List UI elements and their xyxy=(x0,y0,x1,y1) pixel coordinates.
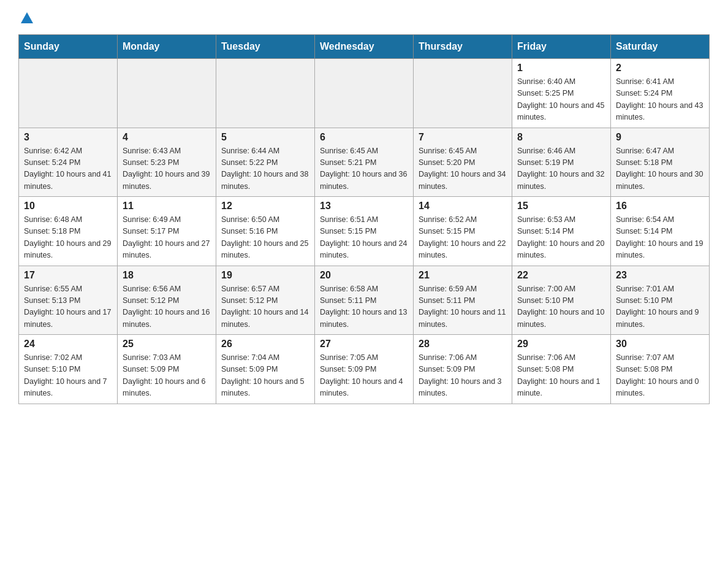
calendar-cell: 22Sunrise: 7:00 AMSunset: 5:10 PMDayligh… xyxy=(512,266,611,335)
day-number: 15 xyxy=(517,201,605,212)
calendar-cell: 11Sunrise: 6:49 AMSunset: 5:17 PMDayligh… xyxy=(118,197,216,266)
calendar-cell: 18Sunrise: 6:56 AMSunset: 5:12 PMDayligh… xyxy=(118,266,216,335)
day-number: 21 xyxy=(419,270,507,281)
calendar-cell: 13Sunrise: 6:51 AMSunset: 5:15 PMDayligh… xyxy=(315,197,414,266)
day-info: Sunrise: 6:44 AMSunset: 5:22 PMDaylight:… xyxy=(221,145,309,193)
day-number: 19 xyxy=(221,270,309,281)
weekday-header-thursday: Thursday xyxy=(414,35,512,59)
day-number: 9 xyxy=(616,132,704,143)
calendar-cell: 17Sunrise: 6:55 AMSunset: 5:13 PMDayligh… xyxy=(19,266,118,335)
day-number: 27 xyxy=(320,339,408,350)
weekday-header-row: SundayMondayTuesdayWednesdayThursdayFrid… xyxy=(19,35,710,59)
calendar-cell: 8Sunrise: 6:46 AMSunset: 5:19 PMDaylight… xyxy=(512,128,611,197)
weekday-header-saturday: Saturday xyxy=(611,35,710,59)
day-number: 2 xyxy=(616,63,704,74)
day-info: Sunrise: 6:40 AMSunset: 5:25 PMDaylight:… xyxy=(517,76,605,124)
day-number: 29 xyxy=(517,339,605,350)
day-number: 13 xyxy=(320,201,408,212)
calendar-cell: 26Sunrise: 7:04 AMSunset: 5:09 PMDayligh… xyxy=(216,335,315,404)
day-number: 26 xyxy=(221,339,309,350)
day-info: Sunrise: 6:46 AMSunset: 5:19 PMDaylight:… xyxy=(517,145,605,193)
day-info: Sunrise: 6:59 AMSunset: 5:11 PMDaylight:… xyxy=(419,283,507,331)
day-info: Sunrise: 6:56 AMSunset: 5:12 PMDaylight:… xyxy=(123,283,211,331)
calendar-cell xyxy=(216,59,315,128)
day-info: Sunrise: 6:42 AMSunset: 5:24 PMDaylight:… xyxy=(24,145,112,193)
calendar-cell: 28Sunrise: 7:06 AMSunset: 5:09 PMDayligh… xyxy=(414,335,512,404)
day-info: Sunrise: 7:07 AMSunset: 5:08 PMDaylight:… xyxy=(616,352,704,400)
day-number: 17 xyxy=(24,270,112,281)
calendar-cell: 1Sunrise: 6:40 AMSunset: 5:25 PMDaylight… xyxy=(512,59,611,128)
calendar-week-row: 1Sunrise: 6:40 AMSunset: 5:25 PMDaylight… xyxy=(19,59,710,128)
day-number: 1 xyxy=(517,63,605,74)
day-number: 3 xyxy=(24,132,112,143)
day-info: Sunrise: 6:43 AMSunset: 5:23 PMDaylight:… xyxy=(123,145,211,193)
day-number: 28 xyxy=(419,339,507,350)
calendar-cell: 3Sunrise: 6:42 AMSunset: 5:24 PMDaylight… xyxy=(19,128,118,197)
day-number: 16 xyxy=(616,201,704,212)
day-info: Sunrise: 6:52 AMSunset: 5:15 PMDaylight:… xyxy=(419,214,507,262)
day-info: Sunrise: 6:48 AMSunset: 5:18 PMDaylight:… xyxy=(24,214,112,262)
calendar-cell: 9Sunrise: 6:47 AMSunset: 5:18 PMDaylight… xyxy=(611,128,710,197)
logo xyxy=(18,12,34,25)
day-number: 4 xyxy=(123,132,211,143)
calendar-cell xyxy=(19,59,118,128)
day-info: Sunrise: 7:02 AMSunset: 5:10 PMDaylight:… xyxy=(24,352,112,400)
day-info: Sunrise: 6:55 AMSunset: 5:13 PMDaylight:… xyxy=(24,283,112,331)
day-info: Sunrise: 6:50 AMSunset: 5:16 PMDaylight:… xyxy=(221,214,309,262)
day-number: 20 xyxy=(320,270,408,281)
day-info: Sunrise: 6:47 AMSunset: 5:18 PMDaylight:… xyxy=(616,145,704,193)
day-number: 12 xyxy=(221,201,309,212)
day-number: 5 xyxy=(221,132,309,143)
calendar-week-row: 3Sunrise: 6:42 AMSunset: 5:24 PMDaylight… xyxy=(19,128,710,197)
calendar-week-row: 10Sunrise: 6:48 AMSunset: 5:18 PMDayligh… xyxy=(19,197,710,266)
calendar-week-row: 24Sunrise: 7:02 AMSunset: 5:10 PMDayligh… xyxy=(19,335,710,404)
day-info: Sunrise: 6:51 AMSunset: 5:15 PMDaylight:… xyxy=(320,214,408,262)
calendar-cell: 16Sunrise: 6:54 AMSunset: 5:14 PMDayligh… xyxy=(611,197,710,266)
calendar-cell: 5Sunrise: 6:44 AMSunset: 5:22 PMDaylight… xyxy=(216,128,315,197)
calendar-cell: 10Sunrise: 6:48 AMSunset: 5:18 PMDayligh… xyxy=(19,197,118,266)
day-info: Sunrise: 6:49 AMSunset: 5:17 PMDaylight:… xyxy=(123,214,211,262)
calendar-cell: 15Sunrise: 6:53 AMSunset: 5:14 PMDayligh… xyxy=(512,197,611,266)
calendar-cell: 12Sunrise: 6:50 AMSunset: 5:16 PMDayligh… xyxy=(216,197,315,266)
day-info: Sunrise: 7:06 AMSunset: 5:08 PMDaylight:… xyxy=(517,352,605,400)
day-number: 22 xyxy=(517,270,605,281)
day-info: Sunrise: 6:58 AMSunset: 5:11 PMDaylight:… xyxy=(320,283,408,331)
day-number: 7 xyxy=(419,132,507,143)
day-info: Sunrise: 6:41 AMSunset: 5:24 PMDaylight:… xyxy=(616,76,704,124)
calendar-table: SundayMondayTuesdayWednesdayThursdayFrid… xyxy=(18,34,710,404)
day-info: Sunrise: 7:03 AMSunset: 5:09 PMDaylight:… xyxy=(123,352,211,400)
calendar-cell xyxy=(118,59,216,128)
day-number: 25 xyxy=(123,339,211,350)
calendar-cell: 4Sunrise: 6:43 AMSunset: 5:23 PMDaylight… xyxy=(118,128,216,197)
calendar-week-row: 17Sunrise: 6:55 AMSunset: 5:13 PMDayligh… xyxy=(19,266,710,335)
calendar-cell: 27Sunrise: 7:05 AMSunset: 5:09 PMDayligh… xyxy=(315,335,414,404)
day-info: Sunrise: 6:45 AMSunset: 5:20 PMDaylight:… xyxy=(419,145,507,193)
day-number: 30 xyxy=(616,339,704,350)
calendar-cell xyxy=(315,59,414,128)
calendar-cell: 30Sunrise: 7:07 AMSunset: 5:08 PMDayligh… xyxy=(611,335,710,404)
calendar-cell: 2Sunrise: 6:41 AMSunset: 5:24 PMDaylight… xyxy=(611,59,710,128)
calendar-cell: 7Sunrise: 6:45 AMSunset: 5:20 PMDaylight… xyxy=(414,128,512,197)
calendar-cell: 19Sunrise: 6:57 AMSunset: 5:12 PMDayligh… xyxy=(216,266,315,335)
day-info: Sunrise: 6:45 AMSunset: 5:21 PMDaylight:… xyxy=(320,145,408,193)
weekday-header-sunday: Sunday xyxy=(19,35,118,59)
day-info: Sunrise: 7:06 AMSunset: 5:09 PMDaylight:… xyxy=(419,352,507,400)
weekday-header-friday: Friday xyxy=(512,35,611,59)
day-number: 11 xyxy=(123,201,211,212)
day-info: Sunrise: 7:04 AMSunset: 5:09 PMDaylight:… xyxy=(221,352,309,400)
weekday-header-monday: Monday xyxy=(118,35,216,59)
day-number: 14 xyxy=(419,201,507,212)
logo-triangle-icon xyxy=(21,12,33,23)
day-number: 6 xyxy=(320,132,408,143)
weekday-header-wednesday: Wednesday xyxy=(315,35,414,59)
calendar-cell: 24Sunrise: 7:02 AMSunset: 5:10 PMDayligh… xyxy=(19,335,118,404)
day-number: 24 xyxy=(24,339,112,350)
calendar-cell xyxy=(414,59,512,128)
page-header xyxy=(18,12,710,25)
calendar-cell: 29Sunrise: 7:06 AMSunset: 5:08 PMDayligh… xyxy=(512,335,611,404)
day-info: Sunrise: 6:54 AMSunset: 5:14 PMDaylight:… xyxy=(616,214,704,262)
calendar-cell: 25Sunrise: 7:03 AMSunset: 5:09 PMDayligh… xyxy=(118,335,216,404)
day-info: Sunrise: 6:53 AMSunset: 5:14 PMDaylight:… xyxy=(517,214,605,262)
calendar-cell: 21Sunrise: 6:59 AMSunset: 5:11 PMDayligh… xyxy=(414,266,512,335)
day-number: 8 xyxy=(517,132,605,143)
